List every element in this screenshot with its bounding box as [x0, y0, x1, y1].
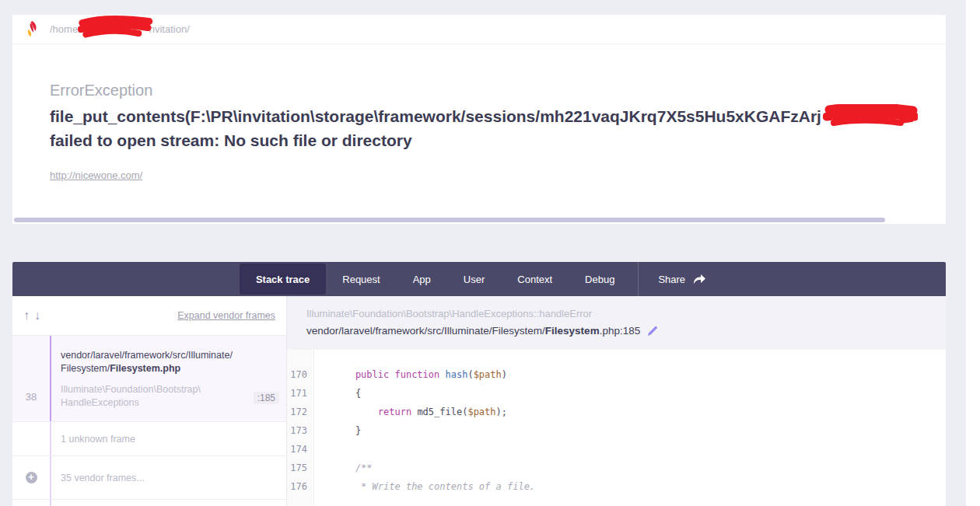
- frame-file-path: vendor/laravel/framework/src/Illuminate/…: [61, 349, 278, 375]
- exception-message-line2: failed to open stream: No such file or d…: [50, 128, 908, 152]
- tab-bar: Stack trace Request App User Context Deb…: [12, 262, 946, 296]
- edit-pencil-icon[interactable]: [647, 326, 658, 337]
- arrow-up-icon[interactable]: ↑: [23, 309, 34, 322]
- tab-debug[interactable]: Debug: [569, 262, 631, 296]
- code-line: public function hash($path): [333, 365, 946, 384]
- frames-panel-header: ↑↓ Expand vendor frames: [12, 296, 286, 336]
- open-file-path: vendor/laravel/framework/src/Illuminate/…: [306, 325, 927, 337]
- code-line-number: 176: [287, 477, 307, 496]
- code-line: {: [333, 384, 946, 403]
- expand-vendor-frames-link[interactable]: Expand vendor frames: [177, 310, 275, 321]
- code-line: /**: [333, 459, 946, 477]
- tab-user[interactable]: User: [447, 262, 501, 296]
- exception-message-line1: file_put_contents(F:\PR\invitation\stora…: [50, 104, 908, 128]
- unknown-frame-row[interactable]: 1 unknown frame: [12, 422, 286, 456]
- error-summary-card: ErrorException file_put_contents(F:\PR\i…: [12, 44, 946, 224]
- frame-details: vendor/laravel/framework/src/Illuminate/…: [51, 336, 286, 421]
- share-arrow-icon: [692, 274, 706, 284]
- partial-frame-row: [12, 500, 286, 506]
- code-line-number: 172: [287, 403, 307, 421]
- redaction-scribble-icon: [823, 104, 918, 127]
- code-line: }: [333, 421, 946, 440]
- vendor-frames-row[interactable]: + 35 vendor frames...: [12, 456, 286, 500]
- exception-class: ErrorException: [50, 82, 908, 99]
- nav-divider: [638, 262, 639, 296]
- code-line-number: 173: [287, 421, 307, 440]
- flare-logo-icon: [25, 20, 38, 39]
- code-panel: Illuminate\Foundation\Bootstrap\HandleEx…: [287, 296, 946, 506]
- arrow-down-icon[interactable]: ↓: [34, 309, 45, 322]
- tab-context[interactable]: Context: [501, 262, 569, 296]
- frame-index: 38: [12, 336, 51, 421]
- code-line-number: 170: [287, 365, 307, 384]
- breadcrumb: /home/nvitation/: [50, 23, 190, 35]
- share-button[interactable]: Share: [646, 262, 719, 296]
- tab-stack-trace[interactable]: Stack trace: [240, 263, 326, 295]
- request-url-link[interactable]: http://nicewone.com/: [50, 169, 142, 181]
- code-lines: public function hash($path) { return md5…: [314, 350, 946, 506]
- code-panel-header: Illuminate\Foundation\Bootstrap\HandleEx…: [287, 296, 946, 350]
- handler-method: Illuminate\Foundation\Bootstrap\HandleEx…: [306, 308, 927, 319]
- code-line: [333, 440, 946, 459]
- horizontal-scrollbar-thumb[interactable]: [14, 218, 885, 222]
- exception-message: file_put_contents(F:\PR\invitation\stora…: [50, 104, 908, 152]
- tab-app[interactable]: App: [397, 262, 447, 296]
- frame-gutter: [12, 422, 51, 455]
- frame-gutter: +: [12, 456, 51, 499]
- path-prefix: /home/: [50, 23, 81, 35]
- code-line: * Write the contents of a file.: [333, 477, 946, 496]
- code-line-number: 175: [287, 459, 307, 477]
- frame-gutter: [12, 500, 51, 506]
- code-line: return md5_file($path);: [333, 403, 946, 421]
- frame-class: Illuminate\Foundation\Bootstrap\ HandleE…: [61, 383, 278, 410]
- error-page: /home/nvitation/ ErrorException file_put…: [12, 15, 946, 506]
- tab-request[interactable]: Request: [326, 262, 396, 296]
- browser-edge-strip: [966, 0, 980, 506]
- expand-plus-icon[interactable]: +: [26, 472, 37, 483]
- code-line-number: 171: [287, 384, 307, 403]
- frame-line-number-badge: :185: [254, 392, 279, 404]
- frame-nav-arrows[interactable]: ↑↓: [23, 309, 45, 323]
- unknown-frame-label: 1 unknown frame: [51, 422, 286, 455]
- frames-panel: ↑↓ Expand vendor frames 38 vendor/larave…: [12, 296, 287, 506]
- code-viewer: 170171172173174175176 public function ha…: [287, 350, 946, 506]
- code-gutter: 170171172173174175176: [287, 350, 314, 506]
- stack-trace-view: ↑↓ Expand vendor frames 38 vendor/larave…: [12, 296, 946, 506]
- redaction-scribble-icon: [78, 13, 156, 39]
- code-line-number: 174: [287, 440, 307, 459]
- topbar: /home/nvitation/: [12, 15, 946, 44]
- vendor-frames-label: 35 vendor frames...: [51, 456, 286, 499]
- stack-frame-active[interactable]: 38 vendor/laravel/framework/src/Illumina…: [12, 336, 286, 422]
